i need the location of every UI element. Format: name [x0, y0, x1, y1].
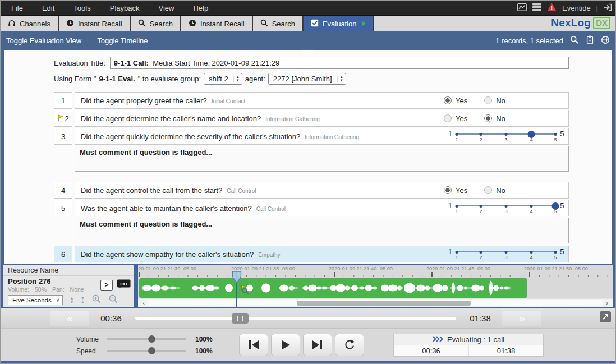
menu-item-file[interactable]: File: [1, 4, 33, 12]
tab-evaluation[interactable]: Evaluation: [304, 16, 374, 31]
seek-handle[interactable]: [232, 313, 249, 324]
rewind-button[interactable]: «: [50, 311, 89, 326]
skip-forward-button[interactable]: [303, 334, 332, 356]
evaluation-title-label: Evaluation Title:: [54, 59, 105, 67]
question-category: Initial Contact: [212, 98, 246, 104]
agent-select[interactable]: 2272 [John Smith] ▲▼: [268, 73, 346, 85]
triple-chevron-icon: [433, 335, 443, 344]
slider-min-label: 1: [448, 247, 452, 256]
waveform-recording[interactable]: [139, 278, 527, 298]
slider-thumb[interactable]: [552, 202, 559, 210]
volume-slider[interactable]: [107, 338, 186, 340]
timeline-panel[interactable]: ····· 2020-01-09 21:21:30 -05:00 2020-01…: [137, 264, 614, 308]
menubar: File Edit Tools Playback View Help ! Eve…: [1, 1, 615, 15]
collapse-rows-icon[interactable]: ▼▲: [81, 296, 85, 304]
logo-text: NexLog: [551, 17, 591, 29]
zoom-in-icon[interactable]: [91, 294, 102, 306]
resource-forward-button[interactable]: >: [100, 280, 113, 291]
zoom-out-icon[interactable]: [108, 294, 118, 306]
no-label: No: [496, 186, 505, 195]
svg-text:!: !: [551, 5, 553, 11]
question-text: Was the agent able to maintain the calle…: [81, 204, 252, 213]
comment-box[interactable]: Must comment if question is flagged...: [75, 146, 569, 172]
clipboard-icon[interactable]: [586, 35, 594, 46]
yes-label: Yes: [456, 186, 467, 195]
comment-box[interactable]: Must comment if question is flagged...: [75, 218, 569, 243]
chart-icon[interactable]: [517, 3, 527, 13]
playhead-marker[interactable]: [232, 271, 242, 285]
evaluating-text: Evaluating : 1 call: [447, 335, 504, 344]
play-button[interactable]: [271, 334, 300, 356]
speed-slider[interactable]: [107, 350, 186, 352]
menu-item-edit[interactable]: Edit: [33, 4, 64, 12]
skip-back-button[interactable]: [239, 334, 268, 356]
globe-icon[interactable]: [601, 35, 610, 46]
yes-label: Yes: [456, 114, 467, 123]
menu-item-tools[interactable]: Tools: [64, 4, 100, 12]
speed-thumb[interactable]: [148, 347, 155, 354]
transport-bar: « 00:36 01:38 » Volume 100% Speed 100%: [1, 308, 615, 364]
evaluation-title-input[interactable]: 9-1-1 Call: Media Start Time: 2020-01-09…: [110, 57, 569, 69]
question-category: Information Gathering: [265, 116, 320, 122]
yes-radio[interactable]: [444, 186, 452, 194]
scrub-row: « 00:36 01:38 »: [1, 308, 615, 329]
playback-controls-row: Volume 100% Speed 100% Eval: [1, 329, 615, 361]
scrollbar-thumb[interactable]: [297, 301, 471, 306]
no-label: No: [496, 114, 505, 123]
app-window: File Edit Tools Playback View Help ! Eve…: [0, 0, 616, 364]
tab-instant-recall-2[interactable]: Instant Recall: [181, 16, 253, 31]
menu-item-help[interactable]: Help: [183, 4, 218, 12]
timeline-timestamp: 2020-01-09 21:21:30 -05:00: [137, 266, 196, 271]
txt-transcript-icon[interactable]: TXT: [117, 279, 131, 291]
question-number: 5: [54, 200, 72, 216]
score-slider[interactable]: 1 12345 5: [448, 247, 564, 261]
tab-label: Search: [272, 20, 295, 28]
question-text: Did the agent quickly determine the seve…: [81, 132, 300, 141]
tab-channels[interactable]: Channels: [1, 16, 59, 31]
scroll-right-icon[interactable]: ›: [603, 300, 612, 307]
seek-slider[interactable]: [135, 317, 456, 320]
forward-button[interactable]: »: [502, 311, 541, 326]
score-slider[interactable]: 1 12345 5: [448, 201, 564, 215]
server-icon[interactable]: [532, 3, 541, 13]
agent-select-value: 2272 [John Smith]: [273, 75, 332, 83]
no-radio[interactable]: [484, 96, 492, 104]
logo-badge: DX: [593, 17, 610, 29]
slider-thumb[interactable]: [528, 131, 535, 138]
checkbox-check-icon: [311, 19, 319, 29]
timeline-scrollbar[interactable]: ‹ ›: [139, 300, 612, 307]
question-category: Call Control: [227, 188, 256, 194]
expand-icon[interactable]: [600, 311, 611, 322]
menu-item-playback[interactable]: Playback: [100, 4, 149, 12]
group-select[interactable]: shift 2 ▲▼: [204, 73, 242, 85]
warning-icon[interactable]: !: [547, 3, 557, 13]
evaluating-start-time: 00:36: [394, 345, 468, 356]
volume-thumb[interactable]: [148, 335, 155, 343]
toggle-evaluation-view-button[interactable]: Toggle Evaluation View: [1, 36, 89, 45]
tab-instant-recall-1[interactable]: Instant Recall: [59, 16, 131, 31]
speed-label: Speed: [76, 347, 107, 355]
score-slider[interactable]: 1 12345 5: [448, 129, 564, 144]
playback-buttons: [239, 334, 364, 356]
timeline-zoom-select[interactable]: Five Seconds ∨: [8, 295, 63, 305]
tab-search-1[interactable]: Search: [131, 16, 181, 31]
yes-radio[interactable]: [444, 114, 452, 122]
evaluating-panel: Evaluating : 1 call 00:36 01:38: [393, 334, 544, 357]
question-category: Information Gathering: [305, 134, 359, 140]
yes-radio[interactable]: [444, 96, 452, 104]
toggle-timeline-button[interactable]: Toggle Timeline: [89, 36, 155, 45]
logout-icon[interactable]: [604, 3, 612, 13]
brand-eventide: Eventide: [562, 4, 591, 12]
question-number: 6: [54, 246, 72, 262]
evaluation-flag-marker-icon[interactable]: [240, 285, 249, 297]
search-icon[interactable]: [570, 35, 579, 46]
question-text: Did the agent show empathy for the calle…: [81, 250, 254, 259]
reorder-up-down-icon[interactable]: ▲▼: [70, 296, 73, 304]
tab-search-2[interactable]: Search: [253, 16, 304, 31]
no-radio[interactable]: [484, 114, 492, 122]
toolbar: Toggle Evaluation View Toggle Timeline 1…: [1, 31, 615, 50]
no-radio[interactable]: [484, 186, 492, 194]
loop-button[interactable]: [335, 334, 364, 356]
menu-item-view[interactable]: View: [149, 4, 183, 12]
scroll-left-icon[interactable]: ‹: [139, 300, 148, 307]
